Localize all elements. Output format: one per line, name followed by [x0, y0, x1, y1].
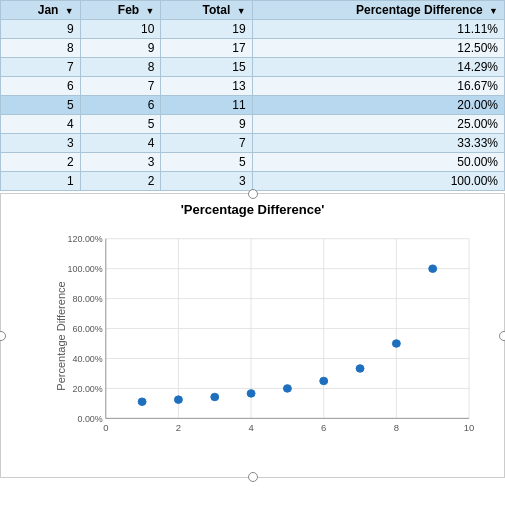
svg-text:120.00%: 120.00% [68, 234, 104, 244]
cell-jan: 5 [1, 96, 81, 115]
chart-container: ≡ + ⊕ 'Percentage Difference' Percentage… [0, 193, 505, 478]
jan-sort-icon[interactable]: ▼ [65, 6, 74, 16]
svg-text:0: 0 [103, 423, 108, 433]
cell-total: 15 [161, 58, 252, 77]
svg-point-36 [429, 265, 437, 273]
svg-text:2: 2 [176, 423, 181, 433]
cell-total: 7 [161, 134, 252, 153]
spreadsheet-table-container: Jan ▼ Feb ▼ Total ▼ Percentage Differenc… [0, 0, 505, 191]
cell-feb: 7 [80, 77, 161, 96]
cell-feb: 2 [80, 172, 161, 191]
resize-handle-right[interactable] [499, 331, 505, 341]
cell-total: 9 [161, 115, 252, 134]
cell-total: 19 [161, 20, 252, 39]
table-row[interactable]: 2 3 5 50.00% [1, 153, 505, 172]
cell-pct: 25.00% [252, 115, 504, 134]
cell-total: 3 [161, 172, 252, 191]
svg-point-29 [174, 396, 182, 404]
cell-feb: 3 [80, 153, 161, 172]
svg-point-33 [320, 377, 328, 385]
data-table: Jan ▼ Feb ▼ Total ▼ Percentage Differenc… [0, 0, 505, 191]
resize-handle-left[interactable] [0, 331, 6, 341]
cell-feb: 5 [80, 115, 161, 134]
cell-jan: 6 [1, 77, 81, 96]
cell-jan: 2 [1, 153, 81, 172]
svg-point-28 [138, 398, 146, 406]
cell-pct: 12.50% [252, 39, 504, 58]
col-total[interactable]: Total ▼ [161, 1, 252, 20]
table-row[interactable]: 4 5 9 25.00% [1, 115, 505, 134]
cell-pct: 16.67% [252, 77, 504, 96]
svg-point-34 [356, 365, 364, 373]
cell-jan: 7 [1, 58, 81, 77]
cell-total: 13 [161, 77, 252, 96]
svg-text:6: 6 [321, 423, 326, 433]
cell-pct: 50.00% [252, 153, 504, 172]
svg-text:20.00%: 20.00% [72, 384, 103, 394]
cell-pct: 33.33% [252, 134, 504, 153]
svg-text:4: 4 [248, 423, 253, 433]
resize-handle-top[interactable] [248, 189, 258, 199]
svg-text:100.00%: 100.00% [68, 264, 104, 274]
cell-jan: 4 [1, 115, 81, 134]
table-row[interactable]: 8 9 17 12.50% [1, 39, 505, 58]
cell-jan: 1 [1, 172, 81, 191]
cell-jan: 9 [1, 20, 81, 39]
cell-feb: 4 [80, 134, 161, 153]
svg-text:8: 8 [394, 423, 399, 433]
table-header-row: Jan ▼ Feb ▼ Total ▼ Percentage Differenc… [1, 1, 505, 20]
svg-text:40.00%: 40.00% [72, 354, 103, 364]
svg-text:0.00%: 0.00% [77, 414, 103, 424]
svg-text:80.00%: 80.00% [72, 294, 103, 304]
feb-sort-icon[interactable]: ▼ [145, 6, 154, 16]
total-sort-icon[interactable]: ▼ [237, 6, 246, 16]
svg-text:60.00%: 60.00% [72, 324, 103, 334]
svg-point-30 [211, 393, 219, 401]
cell-pct: 100.00% [252, 172, 504, 191]
table-row[interactable]: 6 7 13 16.67% [1, 77, 505, 96]
cell-jan: 8 [1, 39, 81, 58]
table-row[interactable]: 9 10 19 11.11% [1, 20, 505, 39]
cell-feb: 8 [80, 58, 161, 77]
cell-total: 5 [161, 153, 252, 172]
svg-point-31 [247, 390, 255, 398]
col-pct-diff[interactable]: Percentage Difference ▼ [252, 1, 504, 20]
table-row[interactable]: 5 6 11 20.00% [1, 96, 505, 115]
col-feb[interactable]: Feb ▼ [80, 1, 161, 20]
cell-total: 17 [161, 39, 252, 58]
cell-feb: 9 [80, 39, 161, 58]
table-row[interactable]: 1 2 3 100.00% [1, 172, 505, 191]
svg-text:10: 10 [464, 423, 474, 433]
table-row[interactable]: 7 8 15 14.29% [1, 58, 505, 77]
pct-sort-icon[interactable]: ▼ [489, 6, 498, 16]
chart-plot-area: 0.00%20.00%40.00%60.00%80.00%100.00%120.… [61, 234, 474, 442]
col-jan[interactable]: Jan ▼ [1, 1, 81, 20]
cell-pct: 11.11% [252, 20, 504, 39]
chart-svg: 0.00%20.00%40.00%60.00%80.00%100.00%120.… [61, 234, 474, 442]
cell-pct: 14.29% [252, 58, 504, 77]
cell-feb: 10 [80, 20, 161, 39]
cell-jan: 3 [1, 134, 81, 153]
table-row[interactable]: 3 4 7 33.33% [1, 134, 505, 153]
resize-handle-bottom[interactable] [248, 472, 258, 482]
cell-total: 11 [161, 96, 252, 115]
svg-point-32 [283, 385, 291, 393]
cell-feb: 6 [80, 96, 161, 115]
svg-point-35 [392, 340, 400, 348]
cell-pct: 20.00% [252, 96, 504, 115]
